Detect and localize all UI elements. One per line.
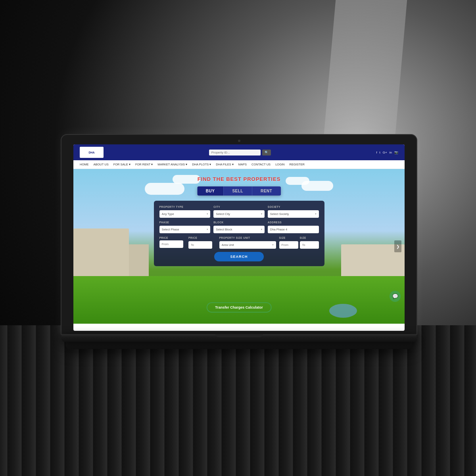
city-select[interactable]: Select City — [213, 210, 265, 218]
property-type-label: PROPERTY TYPE — [159, 205, 211, 208]
nav-for-rent[interactable]: FOR RENT ▾ — [135, 163, 153, 166]
size-from-input[interactable] — [279, 241, 298, 249]
laptop-screen: DHA 🔍 f t G+ in 📷 HOME ABOUT US FOR — [73, 144, 405, 331]
size-to-label: SIZE — [300, 236, 319, 239]
site-navigation: HOME ABOUT US FOR SALE ▾ FOR RENT ▾ MARK… — [73, 160, 405, 169]
search-submit-button[interactable]: SEARCH — [214, 252, 263, 261]
price-from-label: PRICE — [159, 236, 187, 239]
property-type-select-wrapper[interactable]: Any Type — [159, 209, 211, 218]
block-select[interactable]: Select Block — [213, 226, 265, 233]
price-to-input[interactable] — [188, 241, 212, 249]
price-group: PRICE PRICE — [159, 236, 216, 249]
block-group: BLOCK Select Block — [213, 221, 265, 233]
society-label: SOCIETY — [268, 205, 319, 208]
phase-group: PHASE Select Phase — [159, 221, 211, 233]
city-select-wrapper[interactable]: Select City — [213, 209, 265, 218]
facebook-icon[interactable]: f — [376, 151, 377, 154]
carousel-next-arrow[interactable]: ❯ — [394, 240, 401, 252]
city-label: CITY — [213, 205, 265, 208]
linkedin-icon[interactable]: in — [390, 151, 392, 154]
city-group: CITY Select City — [213, 205, 265, 218]
hero-pond — [329, 304, 357, 318]
nav-market-analysis[interactable]: MARKET ANALYSIS ▾ — [157, 163, 187, 166]
transfer-charges-calculator-button[interactable]: Transfer Charges Calculator — [206, 302, 272, 313]
size-from-label: SIZE — [279, 236, 298, 239]
society-group: SOCIETY Select Society — [268, 205, 319, 218]
site-logo: DHA — [80, 147, 104, 158]
property-type-tabs[interactable]: BUY SELL RENT — [197, 186, 281, 196]
laptop-keyboard — [65, 342, 413, 349]
size-unit-label: PROPERTY SIZE UNIT — [219, 236, 276, 239]
tab-sell[interactable]: SELL — [223, 186, 252, 196]
nav-contact[interactable]: CONTACT US — [251, 163, 271, 166]
property-search-form: PROPERTY TYPE Any Type CITY — [154, 201, 324, 266]
nav-login[interactable]: LOGIN — [275, 163, 284, 166]
society-select-wrapper[interactable]: Select Society — [268, 209, 319, 218]
nav-register[interactable]: REGISTER — [289, 163, 304, 166]
tab-rent[interactable]: RENT — [252, 186, 281, 196]
phase-select-wrapper[interactable]: Select Phase — [159, 225, 211, 233]
nav-for-sale[interactable]: FOR SALE ▾ — [113, 163, 131, 166]
laptop-base — [61, 334, 416, 342]
phase-label: PHASE — [159, 221, 211, 224]
phase-select[interactable]: Select Phase — [159, 226, 211, 233]
hero-section: FIND THE BEST PROPERTIES BUY SELL RENT P… — [73, 169, 405, 324]
nav-home[interactable]: HOME — [80, 163, 89, 166]
chat-button[interactable]: 💬 — [390, 291, 401, 302]
instagram-icon[interactable]: 📷 — [394, 151, 398, 154]
hero-grass — [73, 276, 405, 324]
size-group: SIZE SIZE — [279, 236, 319, 249]
size-unit-group: PROPERTY SIZE UNIT Area Unit — [219, 236, 276, 249]
property-type-select[interactable]: Any Type — [159, 210, 211, 218]
laptop: DHA 🔍 f t G+ in 📷 HOME ABOUT US FOR — [61, 135, 416, 349]
property-search-button[interactable]: 🔍 — [262, 150, 271, 155]
twitter-icon[interactable]: t — [380, 151, 380, 154]
form-row-2: PHASE Select Phase BLOCK Sel — [159, 221, 319, 233]
society-select[interactable]: Select Society — [268, 210, 319, 218]
form-row-3: PRICE PRICE — [159, 236, 319, 249]
tab-buy[interactable]: BUY — [197, 186, 224, 196]
address-group: ADDRESS — [268, 221, 319, 233]
laptop-screen-bezel: DHA 🔍 f t G+ in 📷 HOME ABOUT US FOR — [61, 135, 416, 334]
header-search[interactable]: 🔍 — [209, 150, 271, 155]
hero-title: FIND THE BEST PROPERTIES — [73, 176, 405, 182]
price-from-input[interactable] — [159, 240, 183, 248]
price-to-label: PRICE — [188, 236, 216, 239]
google-plus-icon[interactable]: G+ — [383, 151, 387, 154]
nav-about[interactable]: ABOUT US — [94, 163, 109, 166]
size-unit-select[interactable]: Area Unit — [219, 241, 276, 249]
block-label: BLOCK — [213, 221, 265, 224]
size-to-input[interactable] — [300, 241, 319, 249]
nav-dha-plots[interactable]: DHA PLOTS ▾ — [192, 163, 211, 166]
nav-maps[interactable]: MAPS — [238, 163, 247, 166]
size-unit-select-wrapper[interactable]: Area Unit — [219, 240, 276, 249]
logo-text: DHA — [88, 151, 94, 154]
block-select-wrapper[interactable]: Select Block — [213, 225, 265, 233]
property-search-input[interactable] — [209, 150, 261, 155]
property-type-group: PROPERTY TYPE Any Type — [159, 205, 211, 218]
social-icons: f t G+ in 📷 — [376, 151, 398, 154]
address-label: ADDRESS — [268, 221, 319, 224]
address-input[interactable] — [268, 226, 319, 233]
form-row-1: PROPERTY TYPE Any Type CITY — [159, 205, 319, 218]
site-header-top: DHA 🔍 f t G+ in 📷 — [73, 144, 405, 160]
cloud-3 — [145, 183, 184, 195]
nav-dha-files[interactable]: DHA FILES ▾ — [216, 163, 233, 166]
